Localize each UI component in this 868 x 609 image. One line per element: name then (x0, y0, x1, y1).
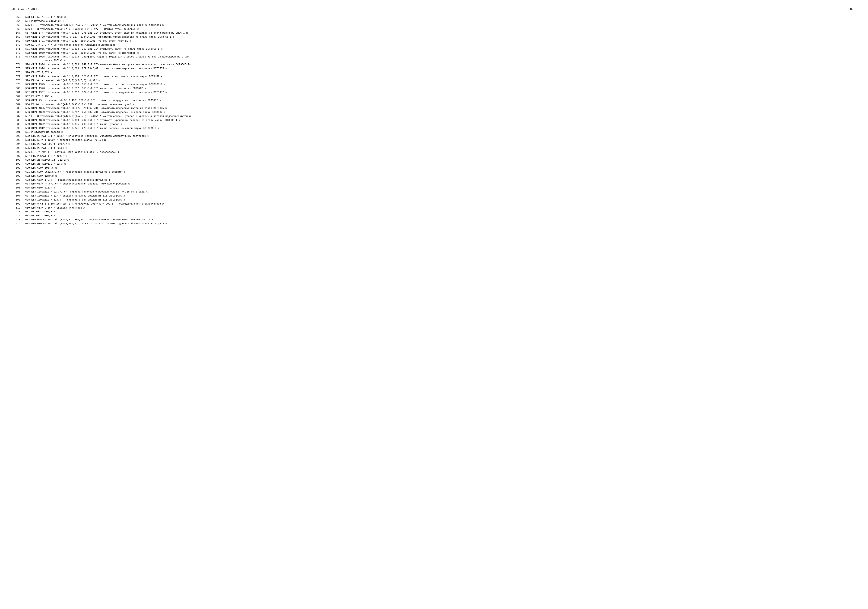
row-num2: 593 (21, 138, 31, 142)
row-text: Е8-I95' 2002,8 ж (31, 214, 857, 218)
table-row: 6I46I4ЕI5-639 с6.I5 таб.2(АIх2,4хI,5)' I… (11, 222, 857, 226)
table-row: 583583СI2I-79 тех.часть таб.3' 0,438' 32… (11, 99, 857, 102)
table-row: 595595ЕI5-294(АI=8,I7)' 255I ж (11, 146, 857, 150)
row-num1: 6I3 (11, 218, 21, 222)
row-num2: 588 (21, 118, 31, 122)
row-num2: 583 (21, 99, 31, 102)
row-num2: 598 (21, 158, 31, 162)
table-row: 60I60IЕI5-509' 2552,5хI,6' ' известковая… (11, 170, 857, 174)
row-num2: 596 (21, 150, 31, 154)
row-num1: 574 (11, 63, 21, 67)
row-num1: 609 (11, 202, 21, 206)
row-text: ЕI5-639 с6.I5 таб.2(АIх2,4хI,5)' I0,84' … (31, 222, 857, 226)
table-row: 572572СI2I-1959 тех.часть таб.3' 0,18' 2… (11, 51, 857, 55)
row-text: Е3-57' 494,I' ' затирка швов кирпичных с… (31, 150, 857, 154)
table-row: 57I57IСI2I-1955 тех.часть таб.3' 0,394' … (11, 47, 857, 51)
row-text: ЕI3-I38(АIх2)' 22,3хI,6'' окраска потолк… (31, 190, 857, 194)
row-text: ЕI5-663' I72,7' ' водоэмульсионная окрас… (31, 178, 857, 182)
table-row: 600600ЕI5-609' I064,6 ж (11, 166, 857, 170)
row-num2: 590 (21, 126, 31, 130)
row-num1: 595 (11, 146, 21, 150)
row-num2: 585 (21, 106, 31, 110)
row-num2: 6II (21, 210, 31, 214)
row-num1: 6I2 (11, 214, 21, 218)
row-text: СI2I-79 тех.часть таб.3' 0,438' 326-8хI,… (31, 99, 857, 102)
row-text: ЕI5-256(АI=II0)' 424,2 ж (31, 154, 857, 158)
row-num1: 583 (11, 99, 21, 102)
row-num2: 567 (21, 31, 31, 35)
row-text: СI2I-1825 тех.часть таб.3' I0,027' 239+6… (31, 106, 857, 110)
table-row: 59I59IР отделочные работы ж (11, 130, 857, 134)
row-text: ЕI5-663' 44,8хI,6' ' водоэмульсионная ок… (31, 182, 857, 186)
row-num1: 6II (11, 210, 21, 214)
table-row: 6I36I3ЕI5-625 С6.I5 таб.2(АIх0,3)' 280,8… (11, 218, 857, 222)
table-row: 58I58IСI2I-I93I тех.часть таб.3' 0,252' … (11, 90, 857, 95)
header-left: 503-4-47-87 УП(I) (11, 8, 39, 11)
table-row: 593593ЕI5-524' I4I2,2' ' окраска панелей… (11, 138, 857, 142)
table-row: 598598ЕI5-254(АI=85,I)' II2,2 ж (11, 158, 857, 162)
row-num1: 569 (11, 39, 21, 43)
table-row: 6II6IIЕ8-I94' 2602,8 ж (11, 210, 857, 214)
row-num1: 594 (11, 142, 21, 146)
row-text: СI2I-1822 тех.часть таб.3' 0,0I5' 265+Iх… (31, 122, 857, 126)
table-row: 594594ЕI5-297(АI=20,7)' 2767,7 ж (11, 142, 857, 146)
row-num2: 584 (21, 102, 31, 107)
row-num1: 598 (11, 158, 21, 162)
row-text: ЕI5-254(АI=85,I)' II2,2 ж (31, 158, 857, 162)
table-row: 6I26I2Е8-I95' 2002,8 ж (11, 214, 857, 218)
row-num1: 590 (11, 126, 21, 130)
row-num2: 578 (21, 79, 31, 83)
row-text: СI2I-1747 тех.часть таб.3' 0,626' 275+Iх… (31, 31, 857, 35)
row-num1: 572 (11, 51, 21, 55)
row-num2: 568 (21, 35, 31, 39)
row-num2: 60I (21, 170, 31, 174)
row-num2: 604 (21, 182, 31, 186)
row-num1: 576 (11, 71, 21, 75)
row-text: СI2I-1780 тех.часть таб.3 0,127' 278+IхI… (31, 35, 857, 39)
table-row: 568568СI2I-1780 тех.часть таб.3 0,127' 2… (11, 35, 857, 39)
row-text: Е9-5I тех.часть таб.2(А4хI,I)(А5хI,I)' I… (31, 23, 857, 27)
row-num2: 565 (21, 23, 31, 27)
row-text: Е9-47' 0,3I4 ж (31, 71, 857, 75)
row-text: ЕI5-297(АI=20,7)' 2767,7 ж (31, 142, 857, 146)
table-row: 6I06I0ЕI5-563' 9,I5' ' окраска плинтусов… (11, 206, 857, 210)
row-text: СI2I-1924 тех.часть таб.3' 0,029' 2I9+I3… (31, 67, 857, 71)
row-num1: 578 (11, 79, 21, 83)
row-num2: 609 (21, 202, 31, 206)
row-text: СI2I-I93I тех.часть таб.3' 0,252' 327-8х… (31, 90, 857, 95)
table-row: 564564Р металлоконструкции ж (11, 19, 857, 23)
row-text: Е9-33 тех.часть таб.2 (А4хI,I)(А5хI,I)' … (31, 27, 857, 31)
table-row: 603603ЕI5-663' I72,7' ' водоэмульсионная… (11, 178, 857, 182)
table-row: 607607ЕI3-I39(АIх2)' II' ' окраска потол… (11, 194, 857, 198)
table-row: 578578Е9-46 тех.часть таб.2(А4хI,I)(А5хI… (11, 79, 857, 83)
table-row: 599599ЕI5-257(АI=II2)' 22,3 ж (11, 162, 857, 166)
row-text: ЕI3-I39(АIх2)' II' ' окраска потолков эм… (31, 194, 857, 198)
row-num2: 586 (21, 110, 31, 115)
row-text: Р отделочные работы ж (31, 130, 857, 134)
row-text: СI2I-1925 тех.часть таб.3' 0,174' 233+(2… (31, 55, 857, 63)
row-num2: 597 (21, 154, 31, 158)
row-num2: 6I3 (21, 218, 31, 222)
row-text: СI2I-1955 тех.часть таб.3' 0,394' 259+Iх… (31, 47, 857, 51)
table-row: 566566Е9-33 тех.часть таб.2 (А4хI,I)(А5х… (11, 27, 857, 31)
row-text: ЕI5-508' I270,8 ж (31, 174, 857, 178)
row-num1: 579 (11, 82, 21, 87)
row-text: Е9-47' 0,438 ж (31, 95, 857, 99)
row-num1: 567 (11, 31, 21, 35)
table-row: 570570Е9-94' 0,94' ' монтаж балок рабочи… (11, 43, 857, 47)
row-num1: 570 (11, 43, 21, 47)
row-num2: 572 (21, 51, 31, 55)
row-num1: 566 (11, 27, 21, 31)
table-row: 609609ЕI5-8 СI I I-I04 доп.вып.I п.767(А… (11, 202, 857, 206)
row-num1: 596 (11, 150, 21, 154)
header-center: - 82 - (847, 8, 857, 11)
row-num1: 563 (11, 15, 21, 19)
table-row: 567567СI2I-1747 тех.часть таб.3' 0,626' … (11, 31, 857, 35)
table-row: 596596Е3-57' 494,I' ' затирка швов кирпи… (11, 150, 857, 154)
row-text: СI2I-178I тех.часть таб.3' 0,4I' 250+IхI… (31, 39, 857, 43)
table-row: 563563ЕII-50(АI=I6,I)' 40,8 ж (11, 15, 857, 19)
row-text: СI2I-1823 тех.часть таб.3' I,059' 464+Iх… (31, 118, 857, 122)
table-row: 588588СI2I-1823 тех.часть таб.3' I,059' … (11, 118, 857, 122)
row-num1: 565 (11, 23, 21, 27)
row-num1: 588 (11, 118, 21, 122)
